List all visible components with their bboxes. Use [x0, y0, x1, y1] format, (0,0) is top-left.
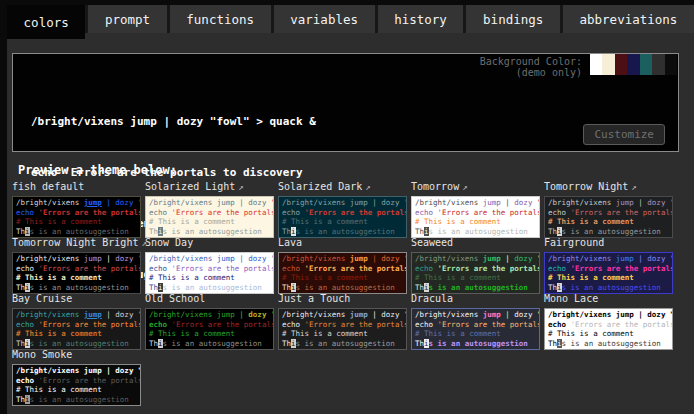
code-segment-command2: dozy [381, 198, 399, 207]
code-segment-command: jump [217, 310, 235, 319]
theme-card-fairground[interactable]: Fairground /bright/vixens jump | dozy "f… [544, 237, 673, 293]
theme-card-mono-smoke[interactable]: Mono Smoke /bright/vixens jump | dozy "f… [12, 349, 141, 405]
theme-card-old-school[interactable]: Old School /bright/vixens jump | dozy "f… [145, 293, 274, 349]
background-color-swatch-2[interactable] [615, 54, 628, 75]
code-segment-path: /bright/vixens [548, 310, 611, 319]
theme-terminal-preview[interactable]: /bright/vixens jump | dozy "fowl" > quac… [544, 308, 673, 350]
theme-line-echo: echo 'Errors are the portals to discover… [16, 208, 137, 218]
code-segment-string: 'Errors are the portals to discovery [172, 264, 274, 273]
code-segment-string: 'Errors are the portals to discovery [438, 264, 540, 273]
theme-card-tomorrow-night[interactable]: Tomorrow Night↗ /bright/vixens jump | do… [544, 181, 673, 237]
code-segment-pipe: | [505, 310, 510, 319]
theme-title: Tomorrow↗ [411, 181, 540, 194]
code-segment-comment: # This is a comment [548, 217, 634, 226]
theme-card-tomorrow-night-bright[interactable]: Tomorrow Night Bright↗ /bright/vixens ju… [12, 237, 141, 293]
code-segment-echo: echo [282, 320, 300, 329]
tab-variables[interactable]: variables [274, 5, 375, 33]
theme-terminal-preview[interactable]: /bright/vixens jump | dozy "fowl" > quac… [12, 364, 141, 406]
tab-history[interactable]: history [378, 5, 464, 33]
theme-card-solarized-light[interactable]: Solarized Light↗ /bright/vixens jump | d… [145, 181, 274, 237]
theme-card-dracula[interactable]: Dracula /bright/vixens jump | dozy "fowl… [411, 293, 540, 349]
theme-terminal-preview[interactable]: /bright/vixens jump | dozy "fowl" > quac… [544, 196, 673, 238]
customize-button[interactable]: Customize [583, 124, 665, 145]
theme-terminal-preview[interactable]: /bright/vixens jump | dozy "fowl" > quac… [145, 252, 274, 294]
tab-colors[interactable]: colors [7, 5, 85, 39]
code-segment-echo: echo [149, 208, 167, 217]
tab-functions[interactable]: functions [170, 5, 271, 33]
code-segment-comment: # This is a comment [282, 329, 368, 338]
theme-line-autosuggestion: This is an autosuggestion [548, 227, 669, 237]
theme-card-tomorrow[interactable]: Tomorrow↗ /bright/vixens jump | dozy "fo… [411, 181, 540, 237]
code-segment-command: jump [84, 310, 102, 319]
background-color-label-line1: Background Color: [480, 56, 582, 67]
code-segment-path: /bright/vixens [282, 254, 345, 263]
code-segment-path: /bright/vixens [415, 198, 478, 207]
theme-card-seaweed[interactable]: Seaweed /bright/vixens jump | dozy "fowl… [411, 237, 540, 293]
code-segment-auto-prefix: Th [415, 283, 424, 292]
code-segment-quote: "fowl" > quack & [404, 254, 407, 263]
code-segment-pipe: | [106, 198, 111, 207]
theme-terminal-preview[interactable]: /bright/vixens jump | dozy "fowl" > quac… [12, 252, 141, 294]
theme-terminal-preview[interactable]: /bright/vixens jump | dozy "fowl" > quac… [278, 252, 407, 294]
theme-terminal-preview[interactable]: /bright/vixens jump | dozy "fowl" > quac… [12, 308, 141, 350]
tab-prompt[interactable]: prompt [88, 5, 166, 33]
theme-title-text: Tomorrow Night [544, 181, 628, 192]
theme-line-echo: echo 'Errors are the portals to discover… [16, 320, 137, 330]
theme-line-echo: echo 'Errors are the portals to discover… [282, 320, 403, 330]
tab-bindings[interactable]: bindings [466, 5, 559, 33]
background-color-swatch-5[interactable] [652, 54, 665, 75]
background-color-swatch-1[interactable] [602, 54, 615, 75]
theme-card-lava[interactable]: Lava /bright/vixens jump | dozy "fowl" >… [278, 237, 407, 293]
theme-title: Lava [278, 237, 407, 250]
theme-line-command: /bright/vixens jump | dozy "fowl" > quac… [282, 254, 403, 264]
theme-line-autosuggestion: This is an autosuggestion [282, 283, 403, 293]
external-link-icon[interactable]: ↗ [238, 182, 243, 192]
code-segment-path: /bright/vixens [149, 198, 212, 207]
code-segment-pipe: | [505, 254, 510, 263]
theme-terminal-preview[interactable]: /bright/vixens jump | dozy "fowl" > quac… [411, 252, 540, 294]
theme-terminal-preview[interactable]: /bright/vixens jump | dozy "fowl" > quac… [12, 196, 141, 238]
code-segment-command: jump [84, 366, 102, 375]
background-color-swatch-3[interactable] [627, 54, 640, 75]
theme-card-fish-default[interactable]: fish default /bright/vixens jump | dozy … [12, 181, 141, 237]
code-segment-command2: dozy [115, 254, 133, 263]
code-segment-echo: echo [16, 320, 34, 329]
theme-terminal-preview[interactable]: /bright/vixens jump | dozy "fowl" > quac… [278, 308, 407, 350]
theme-line-comment: # This is a comment [16, 273, 137, 283]
theme-line-comment: # This is a comment [548, 329, 669, 339]
theme-card-bay-cruise[interactable]: Bay Cruise /bright/vixens jump | dozy "f… [12, 293, 141, 349]
theme-card-snow-day[interactable]: Snow Day /bright/vixens jump | dozy "fow… [145, 237, 274, 293]
tab-abbreviations[interactable]: abbreviations [563, 5, 694, 33]
background-color-swatch-4[interactable] [640, 54, 653, 75]
background-color-swatch-0[interactable] [590, 54, 603, 75]
theme-card-just-a-touch[interactable]: Just a Touch /bright/vixens jump | dozy … [278, 293, 407, 349]
theme-card-solarized-dark[interactable]: Solarized Dark↗ /bright/vixens jump | do… [278, 181, 407, 237]
theme-line-comment: # This is a comment [149, 217, 270, 227]
theme-terminal-preview[interactable]: /bright/vixens jump | dozy "fowl" > quac… [544, 252, 673, 294]
theme-terminal-preview[interactable]: /bright/vixens jump | dozy "fowl" > quac… [145, 308, 274, 350]
external-link-icon[interactable]: ↗ [631, 182, 636, 192]
theme-line-comment: # This is a comment [282, 273, 403, 283]
theme-title: Tomorrow Night Bright↗ [12, 237, 141, 250]
code-segment-quote: "fowl" > quack & [670, 254, 673, 263]
code-segment-quote: "fowl" > quack & [537, 310, 540, 319]
theme-line-autosuggestion: This is an autosuggestion [548, 339, 669, 349]
theme-terminal-preview[interactable]: /bright/vixens jump | dozy "fowl" > quac… [278, 196, 407, 238]
theme-title: Dracula [411, 293, 540, 306]
background-color-swatch-6[interactable] [665, 54, 678, 75]
theme-title: Seaweed [411, 237, 540, 250]
theme-terminal-preview[interactable]: /bright/vixens jump | dozy "fowl" > quac… [411, 196, 540, 238]
theme-terminal-preview[interactable]: /bright/vixens jump | dozy "fowl" > quac… [145, 196, 274, 238]
code-segment-comment: # This is a comment [415, 273, 501, 282]
theme-terminal-preview[interactable]: /bright/vixens jump | dozy "fowl" > quac… [411, 308, 540, 350]
fish-config-colors-page: colors prompt functions variables histor… [0, 0, 694, 414]
code-segment-echo: echo [282, 208, 300, 217]
code-segment-auto-suffix: s is an autosuggestion [429, 283, 528, 292]
code-segment-string: 'Errors are the portals to discovery [172, 208, 274, 217]
code-segment-string: 'Errors are the portals to discovery [571, 320, 673, 329]
external-link-icon[interactable]: ↗ [462, 182, 467, 192]
theme-card-mono-lace[interactable]: Mono Lace /bright/vixens jump | dozy "fo… [544, 293, 673, 349]
theme-title: Just a Touch [278, 293, 407, 306]
external-link-icon[interactable]: ↗ [365, 182, 370, 192]
theme-title-text: Bay Cruise [12, 293, 72, 304]
